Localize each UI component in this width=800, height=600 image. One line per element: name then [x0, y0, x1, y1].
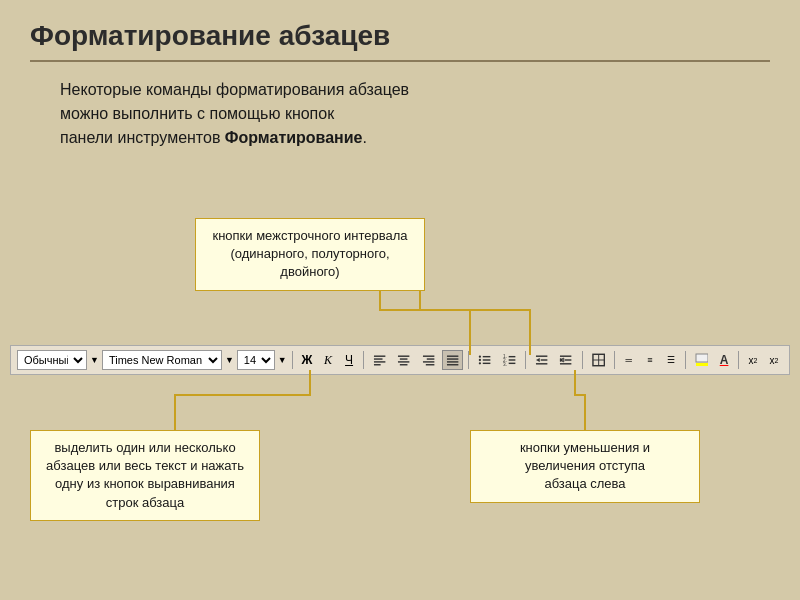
dropdown-arrow-font: ▼	[225, 355, 234, 365]
formatting-toolbar: Обычный ▼ Times New Roman ▼ 14 ▼ Ж К Ч	[10, 345, 790, 375]
increase-indent-button[interactable]	[555, 350, 576, 370]
separator-4	[525, 351, 526, 369]
svg-point-16	[479, 356, 481, 358]
intro-paragraph: Некоторые команды форматирования абзацев…	[30, 78, 770, 150]
dropdown-arrow-size: ▼	[278, 355, 287, 365]
border-button[interactable]	[588, 350, 609, 370]
style-dropdown[interactable]: Обычный	[17, 350, 87, 370]
font-color-button[interactable]: A	[715, 350, 733, 370]
line-2-button[interactable]: ☰	[662, 350, 680, 370]
svg-marker-29	[536, 358, 540, 362]
dropdown-arrow-style: ▼	[90, 355, 99, 365]
page-title: Форматирование абзацев	[30, 20, 770, 52]
align-right-button[interactable]	[418, 350, 439, 370]
font-dropdown[interactable]: Times New Roman	[102, 350, 222, 370]
title-divider	[30, 60, 770, 62]
superscript-button[interactable]: x2	[744, 350, 762, 370]
highlight-button[interactable]	[691, 350, 712, 370]
callout-indent: кнопки уменьшения и увеличения отступа а…	[470, 430, 700, 503]
align-justify-button[interactable]	[442, 350, 463, 370]
italic-button[interactable]: К	[319, 350, 337, 370]
underline-button[interactable]: Ч	[340, 350, 358, 370]
svg-rect-41	[696, 363, 708, 366]
size-dropdown[interactable]: 14	[237, 350, 275, 370]
intro-text-1: Некоторые команды форматирования абзацев…	[60, 81, 409, 146]
separator-6	[614, 351, 615, 369]
intro-bold-word: Форматирование	[225, 129, 363, 146]
toolbar-area: Обычный ▼ Times New Roman ▼ 14 ▼ Ж К Ч	[10, 345, 790, 375]
align-center-button[interactable]	[393, 350, 414, 370]
separator-2	[363, 351, 364, 369]
svg-rect-40	[696, 354, 708, 362]
callout-align: выделить один или несколько абзацев или …	[30, 430, 260, 521]
separator-5	[582, 351, 583, 369]
separator-8	[738, 351, 739, 369]
separator-7	[685, 351, 686, 369]
svg-text:3.: 3.	[503, 362, 507, 367]
bold-button[interactable]: Ж	[298, 350, 316, 370]
decrease-indent-button[interactable]	[531, 350, 552, 370]
bullet-list-button[interactable]	[474, 350, 495, 370]
separator-1	[292, 351, 293, 369]
separator-3	[468, 351, 469, 369]
callout-line-spacing: кнопки межстрочного интервала (одинарног…	[195, 218, 425, 291]
line-15-button[interactable]: ≡	[641, 350, 659, 370]
subscript-button[interactable]: x2	[765, 350, 783, 370]
numbered-list-button[interactable]: 1.2.3.	[499, 350, 520, 370]
svg-point-18	[479, 362, 481, 364]
align-left-button[interactable]	[369, 350, 390, 370]
line-1-button[interactable]: ═	[620, 350, 638, 370]
svg-point-17	[479, 359, 481, 361]
page: Форматирование абзацев Некоторые команды…	[0, 0, 800, 600]
